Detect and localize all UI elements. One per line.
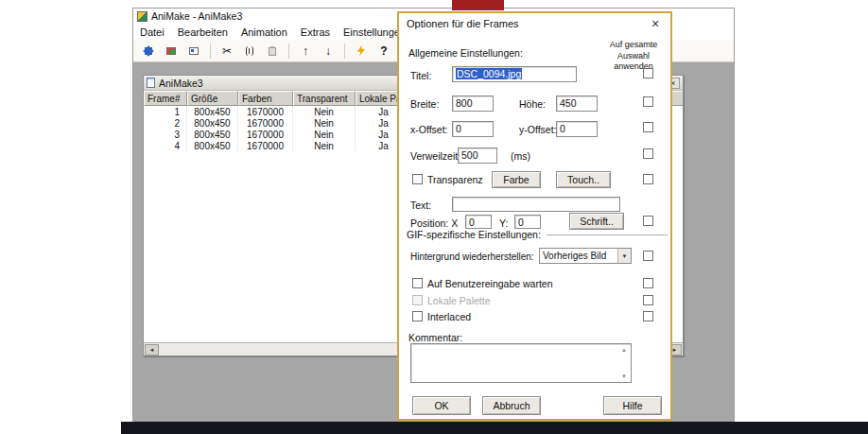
apply-checkbox-transparenz[interactable] — [643, 174, 653, 184]
document-icon — [147, 78, 155, 88]
cell-farben: 1670000 — [238, 129, 293, 140]
ms-unit-label: (ms) — [511, 150, 530, 162]
apply-checkbox-palette[interactable] — [643, 295, 653, 305]
titel-input[interactable]: DSC_0094.jpg — [452, 66, 577, 82]
menu-extras[interactable]: Extras — [294, 26, 337, 39]
column-header-transparent[interactable]: Transparent — [293, 91, 356, 106]
apply-checkbox-hintergrund[interactable] — [643, 251, 653, 261]
y-offset-input[interactable]: 0 — [556, 121, 598, 137]
position-label: Position: X — [410, 217, 458, 229]
touch-button[interactable]: Touch.. — [556, 171, 611, 188]
cell-groesse: 800x450 — [187, 140, 238, 151]
dropdown-arrow-icon[interactable]: ▼ — [617, 249, 631, 263]
cut-icon[interactable]: ✂ — [217, 42, 237, 61]
paste-icon[interactable] — [262, 42, 283, 61]
toolbar-separator — [344, 43, 345, 59]
breite-input[interactable]: 800 — [452, 95, 494, 112]
menu-datei[interactable]: Datei — [133, 26, 171, 39]
bottom-dark-bar — [121, 422, 868, 434]
run-animation-icon[interactable] — [351, 42, 372, 61]
cell-farben: 1670000 — [238, 106, 293, 117]
add-frames-icon[interactable] — [161, 42, 182, 61]
ok-button[interactable]: OK — [412, 396, 471, 415]
abbruch-button[interactable]: Abbruch — [482, 396, 541, 415]
apply-checkbox-verweilzeit[interactable] — [643, 148, 653, 159]
gif-section-label: GIF-spezifische Einstellungen: — [407, 229, 547, 240]
new-frames-icon[interactable] — [138, 42, 159, 61]
apply-checkbox-offset[interactable] — [643, 122, 653, 132]
text-input[interactable] — [452, 197, 620, 212]
kommentar-textarea[interactable] — [410, 343, 632, 383]
dialog-titlebar[interactable]: Optionen für die Frames × — [399, 13, 670, 34]
screen: AniMake - AniMake3 Datei Bearbeiten Anim… — [0, 0, 868, 434]
cell-farben: 1670000 — [238, 117, 293, 129]
cell-frame: 4 — [144, 140, 187, 151]
schrift-button[interactable]: Schrift.. — [569, 213, 624, 230]
cell-transparent: Nein — [293, 106, 356, 117]
general-section-label: Allgemeine Einstellungen: — [408, 47, 523, 59]
apply-checkbox-interlaced[interactable] — [643, 311, 653, 321]
hoehe-label: Höhe: — [519, 98, 546, 110]
transparenz-checkbox[interactable] — [412, 174, 423, 184]
apply-checkbox-position[interactable] — [643, 216, 653, 226]
verweilzeit-input[interactable]: 500 — [458, 148, 497, 164]
interlaced-label: Interlaced — [427, 311, 471, 322]
position-y-input[interactable]: 0 — [514, 215, 541, 229]
background-window-fragment — [452, 0, 504, 10]
apply-column-header: Auf gesamte Auswahl anwenden — [599, 40, 668, 73]
menu-animation[interactable]: Animation — [234, 26, 294, 39]
x-offset-label: x-Offset: — [410, 124, 447, 135]
verweilzeit-label: Verweilzeit: — [410, 150, 460, 162]
lokale-palette-label: Lokale Palette — [427, 295, 491, 306]
cell-farben: 1670000 — [238, 140, 293, 151]
x-offset-input[interactable]: 0 — [452, 121, 494, 137]
kommentar-scroll-down-icon[interactable]: ▼ — [621, 373, 627, 379]
y-offset-label: y-Offset: — [519, 124, 556, 135]
position-y-label: Y: — [499, 217, 508, 229]
menu-bearbeiten[interactable]: Bearbeiten — [171, 26, 234, 39]
warten-label: Auf Benutzereingabe warten — [427, 278, 553, 289]
cell-groesse: 800x450 — [187, 106, 238, 117]
app-title: AniMake - AniMake3 — [151, 10, 242, 22]
move-down-icon[interactable]: ↓ — [318, 42, 339, 61]
cell-frame: 3 — [144, 129, 187, 140]
extract-frame-icon[interactable] — [239, 42, 260, 61]
cell-transparent: Nein — [293, 117, 356, 129]
hilfe-button[interactable]: Hilfe — [603, 396, 662, 415]
interlaced-checkbox[interactable] — [412, 311, 423, 321]
frames-window-title: AniMake3 — [159, 78, 203, 89]
column-header-groesse[interactable]: Größe — [187, 91, 238, 106]
position-x-input[interactable]: 0 — [465, 215, 492, 229]
dialog-title: Optionen für die Frames — [407, 18, 519, 29]
hintergrund-dropdown-value: Vorheriges Bild — [543, 251, 606, 261]
cell-frame: 1 — [144, 106, 187, 117]
column-header-frame[interactable]: Frame# — [144, 91, 187, 106]
help-icon[interactable]: ? — [373, 42, 394, 61]
titel-label: Titel: — [410, 70, 431, 81]
apply-checkbox-warten[interactable] — [643, 278, 653, 288]
cell-frame: 2 — [144, 117, 187, 129]
kommentar-scroll-up-icon[interactable]: ▲ — [621, 347, 627, 353]
column-header-farben[interactable]: Farben — [238, 91, 293, 106]
kommentar-label: Kommentar: — [408, 332, 462, 343]
edit-frame-icon[interactable] — [183, 42, 204, 61]
cell-transparent: Nein — [293, 129, 356, 140]
lokale-palette-checkbox — [412, 295, 423, 305]
options-dialog: Optionen für die Frames × Allgemeine Ein… — [397, 11, 672, 421]
cell-groesse: 800x450 — [187, 129, 238, 140]
farbe-button[interactable]: Farbe — [492, 171, 541, 188]
transparenz-label: Transparenz — [427, 174, 483, 185]
breite-label: Breite: — [410, 98, 439, 110]
cell-transparent: Nein — [293, 140, 356, 151]
hintergrund-dropdown[interactable]: Vorheriges Bild ▼ — [539, 248, 632, 264]
apply-checkbox-groesse[interactable] — [643, 96, 653, 107]
move-up-icon[interactable]: ↑ — [295, 42, 316, 61]
apply-checkbox-titel[interactable] — [643, 68, 653, 78]
hoehe-input[interactable]: 450 — [556, 95, 598, 112]
scroll-left-icon[interactable]: ◄ — [145, 344, 159, 356]
app-icon — [137, 11, 148, 22]
toolbar-separator — [288, 43, 289, 59]
warten-checkbox[interactable] — [412, 278, 423, 288]
dialog-close-icon[interactable]: × — [648, 17, 663, 30]
hintergrund-label: Hintergrund wiederherstellen: — [410, 252, 534, 262]
